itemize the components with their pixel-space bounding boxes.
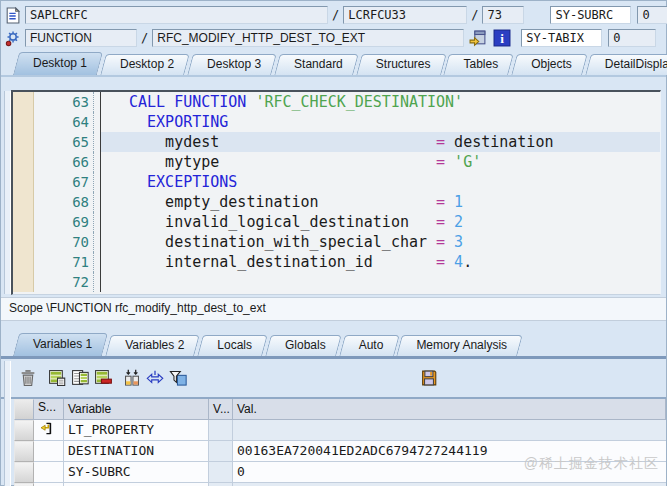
tab-label: Structures [376, 57, 431, 71]
gutter-divider [94, 232, 101, 252]
gutter-divider [94, 252, 101, 272]
code-text: CALL FUNCTION 'RFC_CHECK_DESTINATION' [101, 92, 660, 112]
compare-columns-icon[interactable] [123, 369, 142, 387]
code-editor[interactable]: 63CALL FUNCTION 'RFC_CHECK_DESTINATION'6… [11, 90, 661, 295]
breakpoint-margin[interactable] [13, 112, 34, 132]
row-selector[interactable] [14, 462, 34, 483]
line-number: 68 [34, 192, 94, 212]
breakpoint-margin[interactable] [13, 272, 34, 292]
svg-text:i: i [500, 31, 504, 46]
variable-cell[interactable]: DESTINATION [64, 441, 209, 462]
table-green-icon[interactable] [48, 369, 67, 387]
tab-desktop-1[interactable]: Desktop 1 [16, 52, 100, 75]
tab-label: Tables [463, 57, 498, 71]
code-line: 70 destination_with_special_char = 3 [13, 232, 660, 252]
scope-text: Scope \FUNCTION rfc_modify_http_dest_to_… [9, 301, 266, 315]
gutter-divider [94, 92, 101, 112]
code-text: internal_destination_id = 4. [101, 252, 660, 272]
table-minus-icon[interactable] [94, 369, 113, 387]
breakpoint-margin[interactable] [13, 252, 34, 272]
view-cell[interactable] [209, 462, 233, 483]
info-icon[interactable]: i [493, 29, 512, 47]
table-page-icon[interactable] [71, 369, 90, 387]
splitter-rail[interactable] [4, 91, 11, 294]
gutter-divider [94, 152, 101, 172]
tab-detaildisplay[interactable]: DetailDisplay [588, 54, 667, 75]
object-type-field[interactable]: FUNCTION [25, 29, 137, 47]
sy-tabix-value-field: 0 [608, 29, 656, 47]
code-line: 64 EXPORTING [13, 112, 660, 132]
line-number: 72 [34, 272, 94, 292]
view-cell[interactable] [209, 441, 233, 462]
breakpoint-margin[interactable] [13, 192, 34, 212]
code-text: EXCEPTIONS [101, 172, 660, 192]
splitter-rail[interactable] [4, 361, 11, 486]
code-text: empty_destination = 1 [101, 192, 660, 212]
tab-tables[interactable]: Tables [446, 54, 511, 75]
line-number-field[interactable]: 73 [482, 6, 524, 24]
delete-icon[interactable] [19, 369, 38, 387]
tab-auto[interactable]: Auto [342, 335, 397, 356]
column-header-variable[interactable]: Variable [64, 399, 209, 420]
tab-variables-1[interactable]: Variables 1 [16, 333, 105, 356]
code-line: 69 invalid_logical_destination = 2 [13, 212, 660, 232]
include-field[interactable]: LCRFCU33 [343, 6, 467, 24]
code-text: invalid_logical_destination = 2 [101, 212, 660, 232]
gutter-divider [94, 132, 101, 152]
breakpoint-margin[interactable] [13, 172, 34, 192]
goto-statement-icon[interactable] [469, 29, 488, 47]
tab-memory-analysis[interactable]: Memory Analysis [399, 335, 520, 356]
tab-locals[interactable]: Locals [200, 335, 265, 356]
breakpoint-margin[interactable] [13, 232, 34, 252]
object-name-field[interactable]: RFC_MODIFY_HTTP_DEST_TO_EXT [152, 29, 464, 47]
value-cell[interactable] [233, 420, 666, 441]
breakpoint-margin[interactable] [13, 132, 34, 152]
separator: / [467, 8, 482, 22]
column-header-val[interactable]: Val. [233, 399, 666, 420]
tab-standard[interactable]: Standard [277, 54, 356, 75]
variable-cell[interactable]: SY-SUBRC [64, 462, 209, 483]
tab-label: Locals [217, 338, 252, 352]
separator: / [328, 8, 343, 22]
code-text [101, 272, 660, 292]
column-header-s[interactable]: S... [34, 399, 64, 420]
line-number: 66 [34, 152, 94, 172]
code-line: 63CALL FUNCTION 'RFC_CHECK_DESTINATION' [13, 92, 660, 112]
save-icon[interactable] [420, 369, 439, 387]
breakpoint-margin[interactable] [13, 92, 34, 112]
row-selector[interactable] [14, 420, 34, 441]
tab-desktop-2[interactable]: Desktop 2 [103, 54, 187, 75]
variables-toolbar [1, 359, 666, 399]
breakpoint-margin[interactable] [13, 152, 34, 172]
tab-structures[interactable]: Structures [359, 54, 444, 75]
view-cell[interactable] [209, 420, 233, 441]
sy-subrc-label-field[interactable]: SY-SUBRC [550, 6, 631, 24]
line-number: 67 [34, 172, 94, 192]
internal-table-icon[interactable] [34, 420, 64, 441]
line-number: 71 [34, 252, 94, 272]
gutter-divider [94, 192, 101, 212]
sy-tabix-label-field[interactable]: SY-TABIX [521, 29, 602, 47]
column-header-v[interactable]: V... [209, 399, 233, 420]
tab-label: Variables 1 [33, 337, 92, 351]
breakpoint-margin[interactable] [13, 212, 34, 232]
tab-label: Desktop 2 [120, 57, 174, 71]
row-selector[interactable] [14, 441, 34, 462]
watermark: @稀土掘金技术社区 [524, 455, 659, 473]
tab-label: DetailDisplay [605, 57, 667, 71]
tab-label: Globals [285, 338, 326, 352]
tab-desktop-3[interactable]: Desktop 3 [190, 54, 274, 75]
tab-globals[interactable]: Globals [268, 335, 339, 356]
swap-arrow-icon[interactable] [146, 369, 165, 387]
tab-label: Desktop 1 [33, 56, 87, 70]
row-selector-header[interactable] [14, 399, 34, 420]
program-field[interactable]: SAPLCRFC [25, 6, 328, 24]
tab-variables-2[interactable]: Variables 2 [108, 335, 197, 356]
code-line: 65 mydest = destination [13, 132, 660, 152]
code-text: EXPORTING [101, 112, 660, 132]
filter-icon[interactable] [169, 369, 188, 387]
sy-subrc-value-field: 0 [637, 6, 667, 24]
tab-objects[interactable]: Objects [514, 54, 585, 75]
code-text: mydest = destination [101, 132, 660, 152]
variable-cell[interactable]: LT_PROPERTY [64, 420, 209, 441]
